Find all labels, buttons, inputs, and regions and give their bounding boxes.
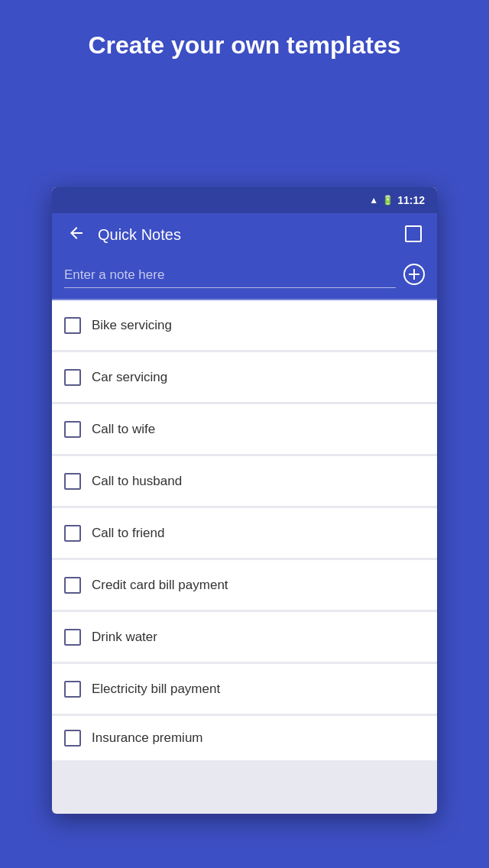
note-input[interactable] <box>64 264 396 288</box>
checkbox-1[interactable] <box>64 317 81 334</box>
status-icons: ▲ 🔋 11:12 <box>369 194 425 206</box>
item-label-3: Call to wife <box>92 422 155 437</box>
item-label-5: Call to friend <box>92 526 164 541</box>
list-item[interactable]: Credit card bill payment <box>52 560 437 610</box>
square-icon <box>405 225 422 242</box>
time-display: 11:12 <box>397 194 425 206</box>
page-title: Create your own templates <box>0 0 489 83</box>
list-item[interactable]: Car servicing <box>52 352 437 402</box>
page-background: Create your own templates ▲ 🔋 11:12 Quic… <box>0 0 489 868</box>
item-label-2: Car servicing <box>92 370 167 385</box>
checkbox-2[interactable] <box>64 369 81 386</box>
add-circle-icon <box>403 264 425 285</box>
checkbox-7[interactable] <box>64 629 81 646</box>
phone-container: ▲ 🔋 11:12 Quick Notes <box>52 187 437 814</box>
back-button[interactable] <box>64 221 89 248</box>
back-icon <box>67 224 86 242</box>
square-button[interactable] <box>402 222 425 248</box>
checkbox-4[interactable] <box>64 473 81 490</box>
list-item[interactable]: Bike servicing <box>52 300 437 350</box>
list-item[interactable]: Call to friend <box>52 508 437 558</box>
list-item[interactable]: Drink water <box>52 612 437 662</box>
app-title: Quick Notes <box>98 226 393 244</box>
battery-icon: 🔋 <box>382 195 393 206</box>
checkbox-5[interactable] <box>64 525 81 542</box>
item-label-9: Insurance premium <box>92 730 203 746</box>
item-label-6: Credit card bill payment <box>92 578 228 593</box>
list-item[interactable]: Call to husband <box>52 456 437 506</box>
checkbox-3[interactable] <box>64 421 81 438</box>
input-area <box>52 256 437 300</box>
status-bar: ▲ 🔋 11:12 <box>52 187 437 213</box>
app-bar: Quick Notes <box>52 213 437 256</box>
item-label-8: Electricity bill payment <box>92 682 220 697</box>
items-list: Bike servicing Car servicing Call to wif… <box>52 300 437 763</box>
signal-icon: ▲ <box>369 195 378 206</box>
add-note-button[interactable] <box>403 264 425 288</box>
checkbox-8[interactable] <box>64 681 81 698</box>
checkbox-6[interactable] <box>64 577 81 594</box>
item-label-7: Drink water <box>92 630 157 645</box>
list-item[interactable]: Electricity bill payment <box>52 664 437 714</box>
list-item[interactable]: Insurance premium <box>52 716 437 760</box>
checkbox-9[interactable] <box>64 730 81 747</box>
list-item[interactable]: Call to wife <box>52 404 437 454</box>
item-label-4: Call to husband <box>92 474 182 489</box>
item-label-1: Bike servicing <box>92 318 172 333</box>
